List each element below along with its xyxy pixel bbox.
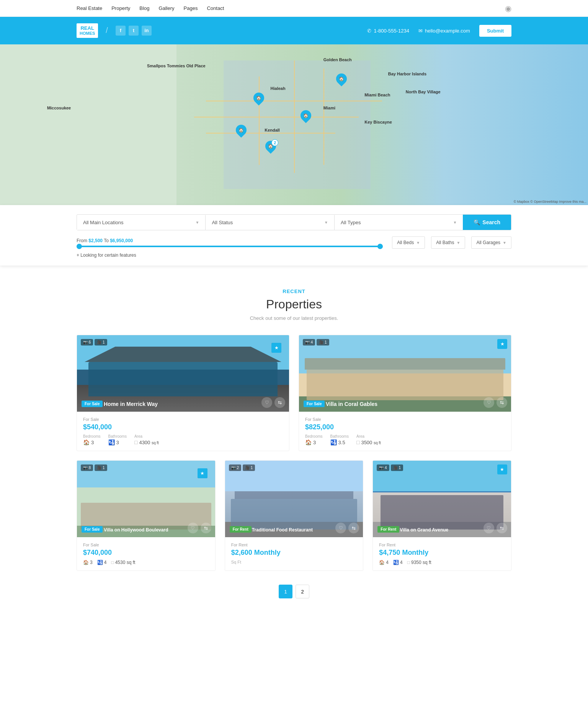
nav-blog[interactable]: Blog — [139, 5, 149, 11]
card-badges: 📷 4 🎥 1 — [303, 339, 329, 345]
nav-contact[interactable]: Contact — [207, 5, 224, 11]
property-image-2: 📷 4 🎥 1 ★ For Sale Villa in Coral Gables… — [299, 335, 511, 412]
property-image-5: 📷 4 🎥 1 ★ For Rent Villa on Grand Avenue… — [373, 461, 511, 537]
map-pin-3[interactable]: 🏠 — [235, 125, 247, 139]
prop-status: For Sale — [83, 543, 209, 547]
prop-stats: 🏠 3 🛂 4 □ — [83, 560, 209, 565]
phone-number: 1-800-555-1234 — [374, 28, 409, 34]
favorite-button[interactable]: ♡ — [335, 523, 346, 533]
chevron-down-icon: ▼ — [456, 241, 460, 245]
video-count: 🎥 1 — [95, 339, 107, 345]
compare-button[interactable]: ⇆ — [497, 397, 507, 408]
prop-price: $540,000 — [83, 423, 283, 431]
status-badge: For Sale — [82, 401, 103, 407]
baths-select[interactable]: All Baths ▼ — [431, 236, 465, 249]
property-info-4: For Rent $2,600 Monthly Sq Ft — [225, 537, 363, 570]
photo-count: 📷 4 — [303, 339, 315, 345]
property-title: Villa in Coral Gables — [326, 401, 488, 407]
map-label-north-bay: North Bay Village — [406, 90, 441, 94]
map-pin-5[interactable]: 🏠 — [300, 110, 312, 125]
prop-status: For Rent — [379, 543, 505, 547]
garages-select[interactable]: All Garages ▼ — [471, 236, 511, 249]
photo-count: 📷 8 — [81, 464, 93, 471]
favorite-button[interactable]: ♡ — [188, 523, 198, 533]
property-photo — [299, 335, 511, 412]
properties-section: Recent Properties Check out some of our … — [0, 266, 588, 614]
slider-handle-right[interactable] — [377, 244, 383, 249]
nav-real-estate[interactable]: Real Estate — [77, 5, 102, 11]
map-label-key-biscayne: Key Biscayne — [364, 120, 392, 124]
chevron-down-icon: ▼ — [503, 241, 506, 245]
photo-count: 📷 2 — [229, 464, 241, 471]
prop-stats: Bedrooms 🏠 3 Bathrooms 🛂 3.5 — [305, 434, 505, 445]
nav-property[interactable]: Property — [111, 5, 130, 11]
chevron-down-icon: ▼ — [453, 220, 457, 225]
compare-button[interactable]: ⇆ — [497, 523, 507, 533]
slider-handle-left[interactable] — [77, 244, 82, 249]
status-badge: For Rent — [230, 526, 252, 533]
logo: REAL HOMES — [77, 23, 98, 38]
star-blue: ★ — [198, 468, 207, 478]
search-row-filters: From $2,500 To $6,950,000 All Beds ▼ All… — [77, 236, 511, 249]
property-actions: ♡ ⇆ — [483, 523, 507, 533]
property-info-1: For Sale $540,000 Bedrooms 🏠 3 Bathrooms — [77, 412, 289, 451]
card-badges: 📷 4 🎥 1 — [377, 464, 403, 471]
map-pin-2[interactable]: 🏠 — [253, 93, 265, 107]
logo-area: REAL HOMES / f t in — [77, 23, 152, 38]
nav-gallery[interactable]: Gallery — [158, 5, 174, 11]
search-button[interactable]: 🔍 Search — [463, 215, 511, 230]
compare-button[interactable]: ⇆ — [348, 523, 359, 533]
map-label-miccosukee: Miccosukee — [47, 106, 71, 110]
price-range-filter: From $2,500 To $6,950,000 — [77, 238, 383, 247]
page-2-button[interactable]: 2 — [296, 585, 309, 598]
property-actions: ♡ ⇆ — [335, 523, 359, 533]
chevron-down-icon: ▼ — [416, 241, 420, 245]
features-link[interactable]: + Looking for certain features — [77, 253, 511, 258]
location-select[interactable]: All Main Locations ▼ — [77, 215, 206, 230]
map-pin-4[interactable]: 🏠 2 — [265, 141, 277, 155]
card-badges: 📷 6 🎥 1 — [81, 339, 107, 345]
photo-count: 📷 6 — [81, 339, 93, 345]
beds-select[interactable]: All Beds ▼ — [392, 236, 425, 249]
prop-status: For Sale — [305, 417, 505, 422]
top-navigation: Real Estate Property Blog Gallery Pages … — [0, 0, 588, 17]
compare-button[interactable]: ⇆ — [201, 523, 211, 533]
submit-button[interactable]: Submit — [479, 25, 511, 37]
property-photo — [77, 335, 289, 412]
page-1-button[interactable]: 1 — [279, 585, 292, 598]
phone-info: ✆ 1-800-555-1234 — [367, 28, 409, 34]
map-label-kendall: Kendall — [265, 128, 280, 132]
facebook-icon[interactable]: f — [116, 26, 126, 36]
nav-pages[interactable]: Pages — [184, 5, 198, 11]
user-icon[interactable]: ◉ — [505, 4, 511, 13]
map-background: Hialeah Miami Miami Beach Kendall Key Bi… — [0, 44, 588, 205]
prop-stats: 🏠 4 🛂 4 □ — [379, 560, 505, 565]
card-badges: 📷 2 🎥 1 — [229, 464, 255, 471]
star-blue: ★ — [497, 464, 507, 474]
status-badge: For Sale — [304, 401, 325, 407]
property-actions: ♡ ⇆ — [188, 523, 211, 533]
map-pin-1[interactable]: 🏠 — [335, 73, 348, 88]
video-count: 🎥 1 — [243, 464, 255, 471]
email-address: hello@example.com — [425, 28, 470, 34]
status-badge: For Sale — [82, 526, 103, 533]
favorite-button[interactable]: ♡ — [261, 397, 272, 408]
price-slider[interactable] — [77, 246, 383, 247]
status-badge: For Rent — [377, 526, 399, 533]
status-select[interactable]: All Status ▼ — [206, 215, 334, 230]
twitter-icon[interactable]: t — [129, 26, 139, 36]
linkedin-icon[interactable]: in — [142, 26, 152, 36]
section-desc: Check out some of our latest properties. — [77, 315, 511, 321]
pagination: 1 2 — [77, 585, 511, 598]
type-select[interactable]: All Types ▼ — [335, 215, 463, 230]
compare-button[interactable]: ⇆ — [274, 397, 285, 408]
contact-info: ✆ 1-800-555-1234 ✉ hello@example.com — [367, 28, 470, 34]
favorite-button[interactable]: ♡ — [483, 397, 494, 408]
property-title: Home in Merrick Way — [104, 401, 266, 407]
property-card-2: 📷 4 🎥 1 ★ For Sale Villa in Coral Gables… — [299, 335, 511, 451]
property-info-2: For Sale $825,000 Bedrooms 🏠 3 Bathrooms — [299, 412, 511, 451]
map-label-smallpos: Smallpos Tommies Old Place — [147, 64, 206, 68]
property-title: Traditional Food Restaurant — [252, 527, 340, 533]
property-title: Villa on Grand Avenue — [400, 527, 488, 533]
favorite-button[interactable]: ♡ — [483, 523, 494, 533]
